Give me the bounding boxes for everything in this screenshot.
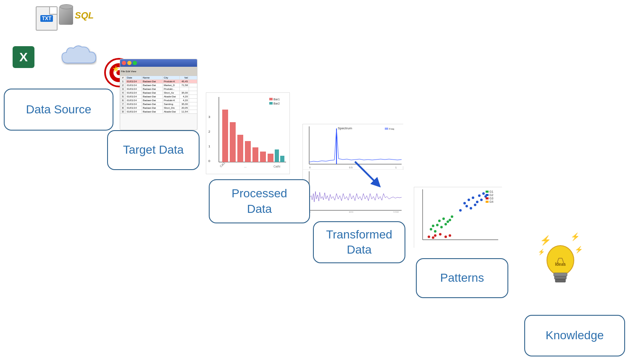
svg-rect-85: [486, 201, 489, 203]
svg-point-59: [451, 215, 453, 218]
stage-box-patterns: Patterns: [416, 258, 508, 298]
svg-rect-79: [486, 191, 489, 193]
stage-label-patterns: Patterns: [440, 270, 484, 285]
icons-area: TXT SQL X: [4, 4, 113, 88]
svg-point-57: [432, 225, 434, 227]
svg-rect-16: [252, 147, 258, 162]
svg-point-63: [470, 207, 472, 209]
stage-label-transformeddata: TransformedData: [326, 227, 392, 258]
svg-text:...: ...: [244, 165, 247, 168]
stage-box-transformeddata: TransformedData: [313, 221, 405, 263]
svg-text:⚡: ⚡: [570, 232, 580, 241]
svg-rect-13: [230, 122, 236, 162]
txt-icon: TXT: [36, 6, 58, 31]
svg-text:3: 3: [208, 115, 210, 119]
lightbulb-icon: ⚡ ⚡ ⚡ ⚡ Ideas: [538, 229, 580, 292]
cloud-icon: [59, 42, 97, 71]
svg-text:0: 0: [309, 166, 311, 169]
svg-text:Ideas: Ideas: [555, 262, 566, 267]
svg-rect-17: [260, 152, 266, 162]
svg-text:Freq: Freq: [389, 128, 394, 130]
svg-text:1: 1: [395, 166, 397, 169]
svg-point-55: [438, 220, 441, 222]
svg-point-53: [434, 230, 436, 233]
excel-label: X: [19, 50, 28, 64]
stage-label-processeddata: ProcessedData: [231, 186, 287, 217]
svg-rect-21: [269, 98, 273, 100]
svg-point-58: [442, 217, 445, 220]
svg-point-52: [440, 226, 443, 228]
svg-rect-14: [237, 135, 243, 162]
svg-text:Bar2: Bar2: [273, 102, 280, 105]
svg-rect-20: [280, 156, 284, 162]
svg-text:1000: 1000: [393, 211, 399, 212]
stage-box-knowledge: Knowledge: [524, 315, 625, 356]
svg-text:G3: G3: [489, 197, 493, 200]
svg-text:0: 0: [208, 159, 210, 163]
svg-point-71: [482, 192, 485, 195]
svg-point-54: [444, 223, 447, 225]
svg-point-64: [463, 202, 466, 204]
svg-point-56: [447, 220, 449, 223]
svg-point-91: [547, 246, 574, 275]
svg-rect-15: [245, 141, 251, 162]
svg-rect-92: [554, 273, 567, 276]
svg-text:Cat1: Cat1: [219, 161, 226, 168]
svg-text:0.5: 0.5: [349, 166, 353, 169]
svg-point-60: [449, 219, 451, 221]
svg-point-67: [476, 201, 478, 203]
svg-point-68: [472, 196, 474, 199]
svg-text:500: 500: [349, 211, 354, 212]
svg-point-69: [480, 199, 483, 201]
svg-text:Spectrum: Spectrum: [338, 126, 352, 130]
stage-label-targetdata: Target Data: [123, 142, 184, 157]
spreadsheet-window: File Edit View # Date Name City Val 1 01…: [120, 59, 197, 130]
svg-text:CatN: CatN: [273, 165, 280, 168]
svg-rect-23: [269, 102, 273, 105]
svg-text:Bar1: Bar1: [273, 98, 280, 101]
svg-text:⚡: ⚡: [540, 235, 552, 246]
scatter-plot: G1 G2 G3 G4: [414, 187, 502, 248]
svg-point-66: [468, 199, 470, 201]
svg-point-62: [465, 205, 468, 207]
svg-text:G1: G1: [489, 190, 493, 193]
svg-text:2: 2: [208, 130, 210, 134]
svg-point-78: [449, 234, 451, 237]
bar-chart: 0 1 2 3 Bar1 Bar2 Cat1 ... CatN: [206, 92, 290, 174]
svg-point-50: [430, 228, 432, 230]
svg-rect-32: [385, 128, 388, 130]
stage-box-processeddata: ProcessedData: [209, 179, 310, 223]
stage-label-datasource: Data Source: [26, 102, 92, 117]
svg-rect-93: [555, 276, 566, 279]
svg-line-46: [355, 162, 377, 184]
svg-rect-12: [222, 110, 228, 162]
sql-icon: SQL: [59, 6, 94, 25]
svg-point-70: [478, 194, 481, 197]
svg-rect-94: [555, 279, 565, 282]
svg-rect-83: [486, 197, 489, 199]
arrow-indicator: [353, 160, 382, 191]
stage-label-knowledge: Knowledge: [546, 328, 604, 343]
svg-text:G4: G4: [489, 200, 493, 203]
svg-point-65: [474, 204, 476, 206]
stage-box-datasource: Data Source: [4, 89, 113, 131]
excel-icon: X: [13, 46, 34, 68]
svg-point-73: [428, 236, 430, 238]
svg-point-75: [439, 233, 442, 236]
svg-point-61: [459, 209, 462, 212]
svg-text:⚡: ⚡: [575, 246, 583, 254]
svg-point-74: [434, 234, 436, 237]
svg-rect-18: [268, 154, 273, 162]
svg-text:1: 1: [208, 144, 210, 148]
svg-text:G2: G2: [489, 194, 493, 196]
sql-label: SQL: [75, 10, 94, 21]
stage-box-targetdata: Target Data: [107, 130, 200, 170]
svg-text:⚡: ⚡: [538, 249, 545, 256]
svg-rect-81: [486, 194, 489, 196]
svg-point-76: [444, 236, 447, 238]
svg-point-77: [432, 236, 434, 239]
svg-point-51: [436, 224, 439, 226]
txt-label: TXT: [40, 15, 53, 22]
svg-rect-19: [275, 149, 279, 162]
